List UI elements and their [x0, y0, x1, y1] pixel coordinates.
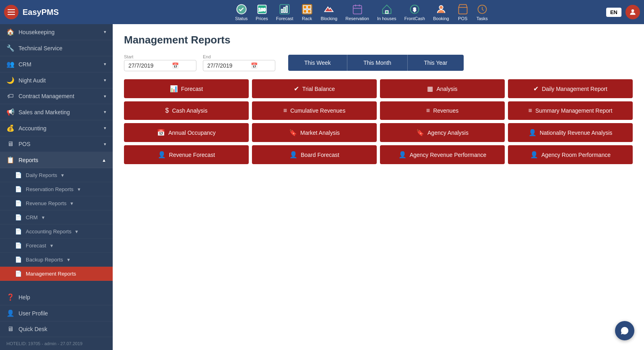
report-icon-daily-management-report: ✔ [533, 85, 539, 93]
report-button-revenues[interactable]: ≡ Revenues [380, 101, 505, 120]
user-avatar[interactable] [625, 5, 640, 19]
svg-point-18 [632, 9, 634, 12]
end-date-input-wrap[interactable]: 📅 [203, 60, 275, 71]
sidebar-item-accounting[interactable]: 💰 Accounting ▾ [0, 120, 113, 136]
sidebar-icon-accounting: 💰 [6, 124, 14, 132]
sidebar-item-reports[interactable]: 📋 Reports ▲ [0, 152, 113, 168]
sidebar-item-user-profile[interactable]: 👤 User Profile [0, 305, 113, 321]
sidebar-icon-technical-service: 🔧 [6, 44, 14, 52]
nav-icon-forecast[interactable]: Forecast [276, 4, 293, 21]
sidebar-chevron-accounting: ▾ [104, 126, 106, 131]
sidebar-sub-icon-forecast-reports: 📄 [14, 242, 22, 249]
report-button-forecast[interactable]: 📊 Forecast [124, 79, 249, 98]
period-button-this-year[interactable]: This Year [408, 55, 463, 71]
report-button-analysis[interactable]: ▦ Analysis [380, 79, 505, 98]
sidebar-item-technical-service[interactable]: 🔧 Technical Service [0, 40, 113, 56]
nav-icon-pos[interactable]: POS [457, 4, 469, 21]
sidebar-sub-chevron-revenue-reports: ▾ [70, 200, 73, 206]
sidebar-label-help: Help [19, 294, 30, 301]
nav-icon-reservation[interactable]: Reservation [345, 4, 369, 21]
sidebar-item-night-audit[interactable]: 🌙 Night Audit ▾ [0, 72, 113, 89]
nav-icon-label-reservation: Reservation [345, 16, 369, 21]
report-button-annual-occupancy[interactable]: 📅 Annual Occupancy [124, 123, 249, 142]
period-button-this-week[interactable]: This Week [288, 55, 347, 71]
period-button-this-month[interactable]: This Month [347, 55, 408, 71]
report-button-agency-revenue-performance[interactable]: 👤 Agency Revenue Performance [380, 145, 505, 164]
report-button-board-forecast[interactable]: 👤 Board Forecast [252, 145, 377, 164]
nav-icon-inhouses[interactable]: In houses [377, 4, 396, 21]
nav-icon-label-forecast: Forecast [276, 16, 293, 21]
report-button-cash-analysis[interactable]: $ Cash Analysis [124, 101, 249, 120]
nav-icon-booking[interactable]: Booking [433, 4, 449, 21]
svg-rect-4 [281, 9, 283, 12]
report-icon-annual-occupancy: 📅 [157, 129, 165, 136]
sidebar-sub-icon-daily-reports: 📄 [14, 172, 22, 178]
report-icon-board-forecast: 👤 [289, 151, 297, 159]
report-label-annual-occupancy: Annual Occupancy [168, 130, 216, 136]
sidebar-item-help[interactable]: ❓ Help [0, 289, 113, 305]
start-date-label: Start [124, 54, 196, 59]
report-button-daily-management-report[interactable]: ✔ Daily Management Report [508, 79, 633, 98]
report-button-summary-management-report[interactable]: ≡ Summary Management Report [508, 101, 633, 120]
sidebar-item-pos[interactable]: 🖥 POS ▾ [0, 136, 113, 152]
report-button-trial-balance[interactable]: ✔ Trial Balance [252, 79, 377, 98]
sidebar-sub-item-management-reports[interactable]: 📄 Management Reports [0, 267, 113, 281]
sidebar-label-technical-service: Technical Service [19, 45, 62, 51]
sidebar-icon-reports: 📋 [6, 156, 14, 164]
sidebar-sub-label-daily-reports: Daily Reports [26, 172, 57, 178]
nav-icon-tasks[interactable]: Tasks [477, 4, 488, 21]
sidebar-sub-item-forecast-reports[interactable]: 📄 Forecast ▾ [0, 239, 113, 253]
sidebar-sub-item-revenue-reports[interactable]: 📄 Revenue Reports ▾ [0, 196, 113, 210]
sidebar-label-user-profile: User Profile [19, 310, 48, 317]
nav-icons-group: Status 100 Prices Forecast Rack Blocking… [117, 4, 606, 21]
end-date-field: End 📅 [203, 54, 275, 71]
sidebar-icon-housekeeping: 🏠 [6, 28, 14, 36]
report-label-analysis: Analysis [436, 86, 457, 92]
sidebar-item-quick-desk[interactable]: 🖥 Quick Desk [0, 321, 113, 337]
nav-icon-label-status: Status [235, 16, 248, 21]
svg-rect-6 [286, 6, 288, 12]
nav-icon-status[interactable]: Status [235, 4, 248, 21]
sidebar-item-crm[interactable]: 👥 CRM ▾ [0, 56, 113, 72]
report-label-forecast: Forecast [181, 86, 203, 92]
report-button-market-analysis[interactable]: 🔖 Market Analysis [252, 123, 377, 142]
report-icon-forecast: 📊 [170, 85, 178, 93]
nav-icon-label-booking: Booking [433, 16, 449, 21]
start-date-input[interactable] [128, 62, 169, 69]
sidebar-sub-item-reservation-reports[interactable]: 📄 Reservation Reports ▾ [0, 182, 113, 196]
sidebar-item-housekeeping[interactable]: 🏠 Housekeeping ▾ [0, 24, 113, 40]
sidebar-sub-item-accounting-reports[interactable]: 📄 Accounting Reports ▾ [0, 224, 113, 239]
nav-icon-prices[interactable]: 100 Prices [256, 4, 268, 21]
page-title: Management Reports [124, 34, 633, 46]
nav-icon-frontcash[interactable]: $ FrontCash [405, 4, 425, 21]
sidebar-sub-chevron-accounting-reports: ▾ [75, 229, 78, 235]
report-button-cumulative-revenues[interactable]: ≡ Cumulative Revenues [252, 101, 377, 120]
sidebar-sub-item-backup-reports[interactable]: 📄 Backup Reports ▾ [0, 253, 113, 267]
hamburger-button[interactable] [4, 5, 19, 19]
report-icon-market-analysis: 🔖 [289, 129, 297, 136]
language-button[interactable]: EN [606, 8, 621, 17]
nav-icon-label-rack: Rack [302, 16, 312, 21]
sidebar-chevron-sales-marketing: ▾ [104, 109, 106, 115]
sidebar-item-sales-marketing[interactable]: 📢 Sales and Marketing ▾ [0, 104, 113, 120]
sidebar-item-contract-management[interactable]: 🏷 Contract Management ▾ [0, 89, 113, 104]
report-button-agency-analysis[interactable]: 🔖 Agency Analysis [380, 123, 505, 142]
report-icon-summary-management-report: ≡ [528, 107, 532, 114]
end-date-input[interactable] [207, 62, 248, 69]
start-date-input-wrap[interactable]: 📅 [124, 60, 196, 71]
end-calendar-icon: 📅 [251, 62, 258, 69]
report-button-nationality-revenue-analysis[interactable]: 👤 Nationality Revenue Analysis [508, 123, 633, 142]
nav-icon-rack[interactable]: Rack [301, 4, 313, 21]
sidebar: 🏠 Housekeeping ▾ 🔧 Technical Service 👥 C… [0, 24, 113, 350]
sidebar-sub-label-forecast-reports: Forecast [26, 243, 46, 249]
nav-icon-blocking[interactable]: Blocking [321, 4, 338, 21]
sidebar-icon-night-audit: 🌙 [6, 76, 14, 84]
sidebar-sub-item-crm-reports[interactable]: 📄 CRM ▾ [0, 210, 113, 224]
nav-icon-label-prices: Prices [256, 16, 268, 21]
report-button-revenue-forecast[interactable]: 👤 Revenue Forecast [124, 145, 249, 164]
report-label-agency-analysis: Agency Analysis [427, 130, 469, 136]
chat-fab-button[interactable] [615, 321, 634, 340]
sidebar-sub-item-daily-reports[interactable]: 📄 Daily Reports ▾ [0, 168, 113, 182]
report-button-agency-room-performance[interactable]: 👤 Agency Room Performance [508, 145, 633, 164]
report-icon-trial-balance: ✔ [294, 85, 299, 93]
